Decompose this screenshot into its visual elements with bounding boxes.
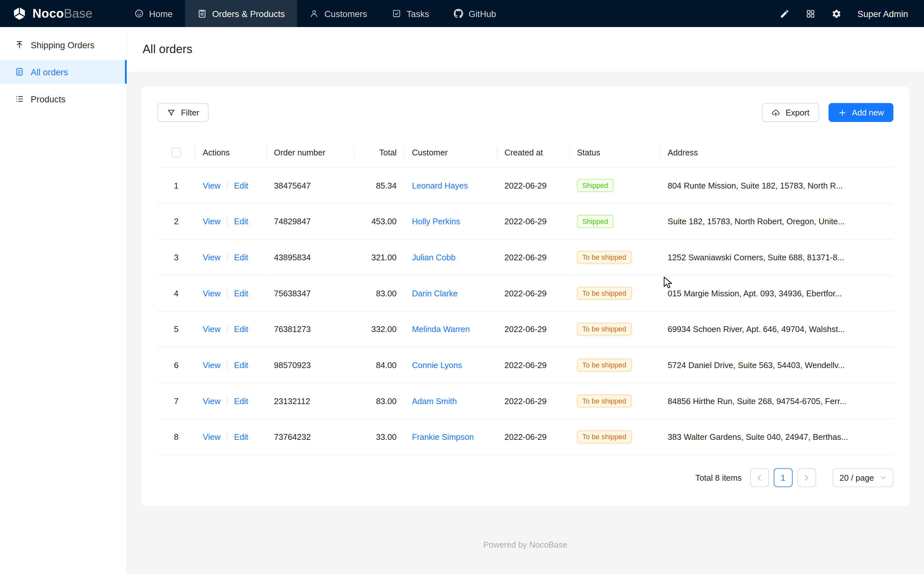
row-index: 2 [174, 217, 178, 226]
smile-icon [134, 9, 144, 18]
customer-link[interactable]: Julian Cobb [412, 253, 455, 262]
page-size-select[interactable]: 20 / page [832, 468, 893, 487]
customer-link[interactable]: Adam Smith [412, 396, 457, 406]
edit-link[interactable]: Edit [234, 325, 248, 334]
github-icon [454, 9, 463, 18]
nav-item-home[interactable]: Home [122, 0, 185, 27]
row-index: 6 [174, 361, 178, 370]
nav-item-customers[interactable]: Customers [297, 0, 379, 27]
view-link[interactable]: View [203, 217, 221, 226]
page-title: All orders [143, 43, 910, 56]
nav-item-label: Orders & Products [212, 9, 285, 19]
gear-icon[interactable] [832, 9, 842, 19]
nav-item-tasks[interactable]: Tasks [379, 0, 442, 27]
order-number-cell: 75638347 [266, 275, 354, 311]
powered-by-footer: Powered by NocoBase [141, 540, 909, 550]
table-header-row: Actions Order number Total Customer Crea… [158, 137, 893, 168]
user-menu[interactable]: Super Admin [858, 9, 908, 19]
nav-item-orders-products[interactable]: Orders & Products [185, 0, 297, 27]
export-button[interactable]: Export [762, 103, 819, 122]
address-cell: 383 Walter Gardens, Suite 040, 24947, Be… [660, 419, 893, 455]
customer-link[interactable]: Leonard Hayes [412, 181, 468, 190]
filter-button[interactable]: Filter [158, 103, 208, 122]
prev-page-button[interactable] [750, 468, 769, 487]
total-cell: 33.00 [354, 419, 404, 455]
nocobase-logo[interactable]: NocoBase [9, 6, 101, 21]
edit-link[interactable]: Edit [234, 217, 248, 226]
view-link[interactable]: View [203, 253, 221, 262]
column-header-order-number: Order number [266, 137, 354, 168]
address-cell: 5724 Daniel Drive, Suite 563, 54403, Wen… [660, 347, 893, 383]
orders-table: Actions Order number Total Customer Crea… [158, 137, 893, 455]
add-new-button[interactable]: Add new [828, 103, 893, 122]
column-header-actions: Actions [195, 137, 266, 168]
column-header-customer: Customer [404, 137, 497, 168]
navbar-right: Super Admin [780, 9, 924, 19]
edit-link[interactable]: Edit [234, 396, 248, 406]
nav-item-github[interactable]: GitHub [441, 0, 509, 27]
next-page-button[interactable] [797, 468, 816, 487]
order-number-cell: 74829847 [266, 203, 354, 240]
clipboard-icon [197, 9, 207, 18]
edit-link[interactable]: Edit [234, 253, 248, 262]
customer-link[interactable]: Frankie Simpson [412, 432, 474, 442]
sidebar-item-products[interactable]: Products [0, 87, 126, 111]
created-at-cell: 2022-06-29 [497, 275, 569, 311]
view-link[interactable]: View [203, 361, 221, 370]
address-cell: 015 Margie Mission, Apt. 093, 34936, Ebe… [660, 275, 893, 311]
sidebar-item-all-orders[interactable]: All orders [0, 60, 126, 84]
edit-link[interactable]: Edit [234, 181, 248, 190]
page-number-1[interactable]: 1 [774, 468, 793, 487]
address-cell: 804 Runte Mission, Suite 182, 15783, Nor… [660, 168, 893, 203]
total-cell: 83.00 [354, 383, 404, 419]
column-header-status: Status [569, 137, 660, 168]
highlighter-icon[interactable] [780, 9, 790, 19]
view-link[interactable]: View [203, 396, 221, 406]
nocobase-logo-icon [12, 6, 27, 21]
status-badge: To be shipped [577, 431, 632, 444]
created-at-cell: 2022-06-29 [497, 240, 569, 276]
table-row: 2 ViewEdit 74829847 453.00 Holly Perkins… [158, 203, 893, 240]
total-cell: 85.34 [354, 168, 404, 203]
select-all-checkbox[interactable] [172, 148, 181, 157]
action-divider [227, 181, 227, 190]
action-divider [227, 325, 227, 334]
edit-link[interactable]: Edit [234, 289, 248, 298]
total-cell: 83.00 [354, 275, 404, 311]
main-area: All orders Filter [127, 27, 924, 574]
created-at-cell: 2022-06-29 [497, 419, 569, 455]
blocks-icon[interactable] [806, 9, 815, 19]
table-row: 4 ViewEdit 75638347 83.00 Darin Clarke 2… [158, 275, 893, 311]
chevron-down-icon [881, 475, 886, 481]
total-cell: 332.00 [354, 311, 404, 347]
view-link[interactable]: View [203, 432, 221, 442]
pagination-total: Total 8 items [695, 473, 742, 482]
customer-link[interactable]: Melinda Warren [412, 325, 470, 334]
column-header-address: Address [660, 137, 893, 168]
order-number-cell: 23132112 [266, 383, 354, 419]
order-number-cell: 38475647 [266, 168, 354, 203]
row-index: 8 [174, 432, 178, 442]
view-link[interactable]: View [203, 325, 221, 334]
row-index: 1 [174, 181, 178, 190]
customer-link[interactable]: Connie Lyons [412, 361, 462, 370]
view-link[interactable]: View [203, 181, 221, 190]
action-divider [227, 254, 227, 262]
address-cell: 69934 Schoen River, Apt. 646, 49704, Wal… [660, 311, 893, 347]
brand-text: NocoBase [33, 6, 93, 20]
table-body: 1 ViewEdit 38475647 85.34 Leonard Hayes … [158, 168, 893, 455]
customer-link[interactable]: Darin Clarke [412, 289, 458, 298]
created-at-cell: 2022-06-29 [497, 347, 569, 383]
edit-link[interactable]: Edit [234, 361, 248, 370]
arrow-up-icon [15, 40, 24, 49]
edit-link[interactable]: Edit [234, 432, 248, 442]
row-index: 7 [174, 396, 178, 406]
sidebar: Shipping Orders All orders [0, 27, 127, 574]
customer-link[interactable]: Holly Perkins [412, 217, 460, 226]
table-row: 1 ViewEdit 38475647 85.34 Leonard Hayes … [158, 168, 893, 203]
content-area: Filter Export [127, 72, 924, 574]
view-link[interactable]: View [203, 289, 221, 298]
plus-icon [838, 108, 847, 117]
sidebar-item-shipping-orders[interactable]: Shipping Orders [0, 33, 126, 57]
created-at-cell: 2022-06-29 [497, 203, 569, 240]
